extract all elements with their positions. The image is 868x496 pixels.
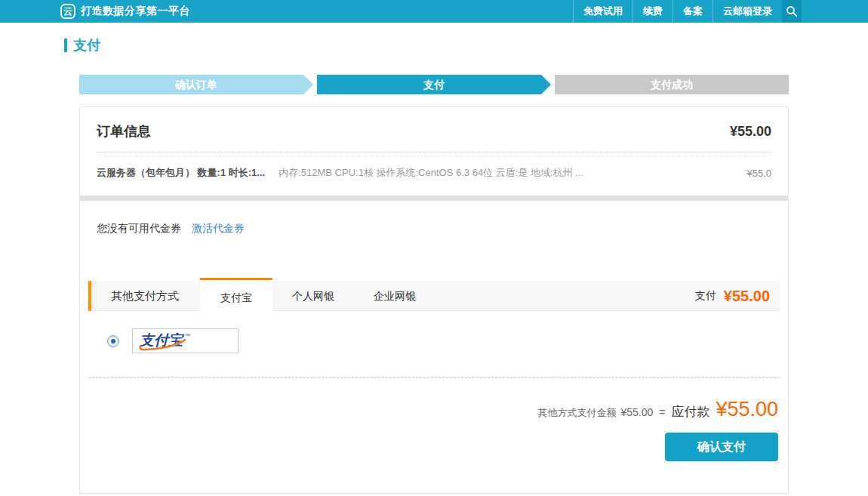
- order-item-specs: 内存:512MB CPU:1核 操作系统:CentOS 6.3 64位 云盾:是…: [279, 166, 737, 180]
- top-header: 云 打造数据分享第一平台 免费试用 续费 备案 云邮箱登录: [0, 0, 868, 23]
- nav-item-free-trial[interactable]: 免费试用: [573, 0, 633, 23]
- pay-amount-wrap: 支付 ¥55.00: [695, 281, 780, 311]
- pay-label: 支付: [695, 289, 716, 303]
- alipay-logo-box[interactable]: 支付宝 ™: [132, 328, 239, 353]
- step-pay-success: 支付成功: [555, 75, 789, 94]
- voucher-row: 您没有可用代金券 激活代金券: [80, 201, 788, 281]
- nav-item-renew[interactable]: 续费: [633, 0, 673, 23]
- other-payment-methods-label: 其他支付方式: [91, 281, 200, 311]
- alipay-logo-text: 支付宝: [139, 332, 185, 348]
- section-divider: [80, 196, 788, 201]
- page-title: 支付: [73, 36, 100, 54]
- confirm-pay-button[interactable]: 确认支付: [665, 433, 778, 461]
- alipay-radio-selected[interactable]: [107, 335, 119, 347]
- step-confirm-order: 确认订单: [79, 75, 313, 94]
- cloud-logo-icon: 云: [60, 4, 75, 19]
- pay-amount: ¥55.00: [724, 288, 770, 305]
- voucher-message: 您没有可用代金券: [97, 222, 181, 236]
- order-total-amount: ¥55.00: [730, 124, 771, 140]
- step-pay: 支付: [317, 75, 551, 94]
- tab-enterprise-netbank[interactable]: 企业网银: [354, 281, 436, 311]
- payment-summary: 其他方式支付金额 ¥55.00 = 应付款 ¥55.00: [80, 378, 788, 421]
- progress-steps: 确认订单 支付 支付成功: [79, 75, 789, 94]
- payment-card: 订单信息 ¥55.00 云服务器（包年包月） 数量:1 时长:1... 内存:5…: [79, 106, 789, 494]
- amount-due-label: 应付款: [671, 403, 709, 421]
- top-nav: 免费试用 续费 备案 云邮箱登录: [573, 0, 802, 23]
- search-icon: [786, 5, 798, 17]
- nav-item-cloud-mail-login[interactable]: 云邮箱登录: [713, 0, 782, 23]
- activate-voucher-link[interactable]: 激活代金券: [192, 222, 245, 236]
- alipay-option-row: 支付宝 ™: [80, 311, 788, 353]
- nav-item-filing[interactable]: 备案: [673, 0, 713, 23]
- brand-title: 打造数据分享第一平台: [81, 5, 190, 18]
- order-item-row: 云服务器（包年包月） 数量:1 时长:1... 内存:512MB CPU:1核 …: [80, 152, 788, 196]
- other-amount-value: ¥55.00: [620, 406, 653, 418]
- tab-personal-netbank[interactable]: 个人网银: [272, 281, 354, 311]
- title-accent-bar: [64, 39, 67, 52]
- payment-method-tabs: 其他支付方式 支付宝 个人网银 企业网银 支付 ¥55.00: [88, 281, 780, 311]
- other-amount-label: 其他方式支付金额: [537, 406, 616, 420]
- order-item-name: 云服务器（包年包月） 数量:1 时长:1...: [97, 166, 265, 180]
- amount-due-value: ¥55.00: [716, 398, 778, 421]
- confirm-button-row: 确认支付: [80, 421, 788, 461]
- logo-glyph: 云: [63, 7, 72, 16]
- order-info-header: 订单信息 ¥55.00: [80, 107, 788, 152]
- search-button[interactable]: [782, 0, 802, 23]
- order-info-title: 订单信息: [97, 122, 151, 140]
- equals-sign: =: [659, 406, 665, 418]
- tab-alipay[interactable]: 支付宝: [200, 278, 272, 316]
- alipay-trademark: ™: [185, 333, 190, 338]
- radio-dot-icon: [111, 339, 115, 344]
- page-title-bar: 支付: [64, 36, 868, 54]
- alipay-logo-icon: 支付宝 ™: [137, 331, 229, 352]
- order-item-price: ¥55.0: [746, 168, 771, 179]
